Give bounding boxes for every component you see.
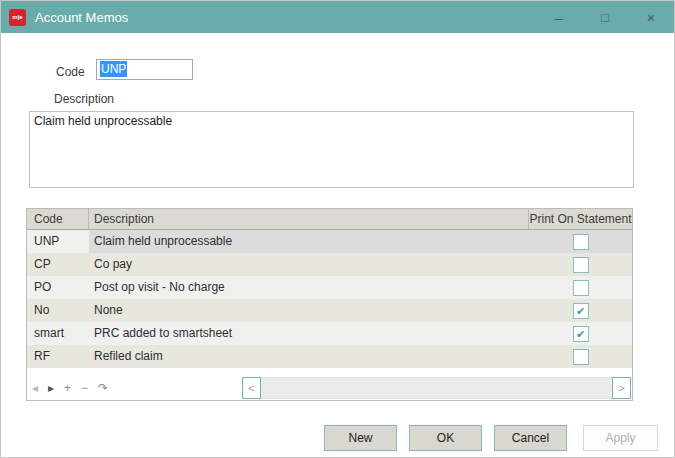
table-row[interactable]: RFRefiled claim✔ [27, 345, 632, 368]
cell-description[interactable]: Post op visit - No charge [89, 276, 529, 299]
code-value-selected-text: UNP [100, 61, 127, 77]
checkbox-unchecked-icon[interactable]: ✔ [573, 257, 589, 273]
account-memos-dialog: m|e Account Memos – □ × Code UNP Descrip… [0, 0, 675, 458]
grid-footer: ◂▸+−↷ < > [27, 377, 632, 399]
grid-header: Code Description Print On Statement [27, 209, 632, 230]
cell-print-on-statement: ✔ [529, 299, 632, 322]
table-row[interactable]: UNPClaim held unprocessable✔ [27, 230, 632, 253]
column-header-print-on-statement[interactable]: Print On Statement [529, 209, 632, 229]
cell-print-on-statement: ✔ [529, 345, 632, 368]
cell-description[interactable]: None [89, 299, 529, 322]
ok-button[interactable]: OK [409, 425, 482, 451]
cell-print-on-statement: ✔ [529, 276, 632, 299]
description-textarea[interactable]: Claim held unprocessable [29, 111, 634, 188]
code-label: Code [56, 65, 85, 79]
cell-code[interactable]: UNP [27, 230, 89, 253]
description-label: Description [54, 92, 114, 106]
scroll-left-icon[interactable]: < [242, 377, 261, 399]
table-row[interactable]: CPCo pay✔ [27, 253, 632, 276]
cell-code[interactable]: smart [27, 322, 89, 345]
maximize-icon[interactable]: □ [582, 1, 628, 33]
checkbox-unchecked-icon[interactable]: ✔ [573, 234, 589, 250]
titlebar: m|e Account Memos – □ × [1, 1, 674, 33]
table-row[interactable]: POPost op visit - No charge✔ [27, 276, 632, 299]
description-value: Claim held unprocessable [34, 114, 172, 128]
checkbox-checked-icon[interactable]: ✔ [573, 303, 589, 319]
delete-record-icon[interactable]: − [81, 377, 88, 399]
grid-rows: UNPClaim held unprocessable✔CPCo pay✔POP… [27, 230, 632, 368]
code-input[interactable]: UNP [96, 59, 193, 80]
apply-button[interactable]: Apply [583, 425, 658, 451]
app-logo-icon: m|e [9, 9, 26, 26]
cell-code[interactable]: RF [27, 345, 89, 368]
cell-description[interactable]: Refiled claim [89, 345, 529, 368]
next-record-icon[interactable]: ▸ [48, 377, 54, 399]
new-button[interactable]: New [324, 425, 397, 451]
cell-description[interactable]: Claim held unprocessable [89, 230, 529, 253]
minimize-icon[interactable]: – [536, 1, 582, 33]
column-header-code[interactable]: Code [27, 209, 89, 229]
record-navigator: ◂▸+−↷ [32, 377, 108, 399]
scroll-track[interactable] [261, 377, 612, 399]
table-row[interactable]: NoNone✔ [27, 299, 632, 322]
checkbox-checked-icon[interactable]: ✔ [573, 326, 589, 342]
window-title: Account Memos [35, 10, 128, 25]
cancel-button[interactable]: Cancel [494, 425, 567, 451]
cell-code[interactable]: CP [27, 253, 89, 276]
cell-description[interactable]: Co pay [89, 253, 529, 276]
refresh-icon[interactable]: ↷ [98, 377, 108, 399]
column-header-description[interactable]: Description [89, 209, 529, 229]
memos-grid: Code Description Print On Statement UNPC… [26, 208, 633, 401]
horizontal-scrollbar: < > [242, 377, 631, 399]
cell-print-on-statement: ✔ [529, 322, 632, 345]
table-row[interactable]: smartPRC added to smartsheet✔ [27, 322, 632, 345]
cell-code[interactable]: No [27, 299, 89, 322]
cell-code[interactable]: PO [27, 276, 89, 299]
window-controls: – □ × [536, 1, 674, 33]
add-record-icon[interactable]: + [64, 377, 71, 399]
checkbox-unchecked-icon[interactable]: ✔ [573, 280, 589, 296]
cell-description[interactable]: PRC added to smartsheet [89, 322, 529, 345]
scroll-right-icon[interactable]: > [612, 377, 631, 399]
checkbox-unchecked-icon[interactable]: ✔ [573, 349, 589, 365]
cell-print-on-statement: ✔ [529, 253, 632, 276]
cell-print-on-statement: ✔ [529, 230, 632, 253]
prev-record-icon[interactable]: ◂ [32, 377, 38, 399]
close-icon[interactable]: × [628, 1, 674, 33]
